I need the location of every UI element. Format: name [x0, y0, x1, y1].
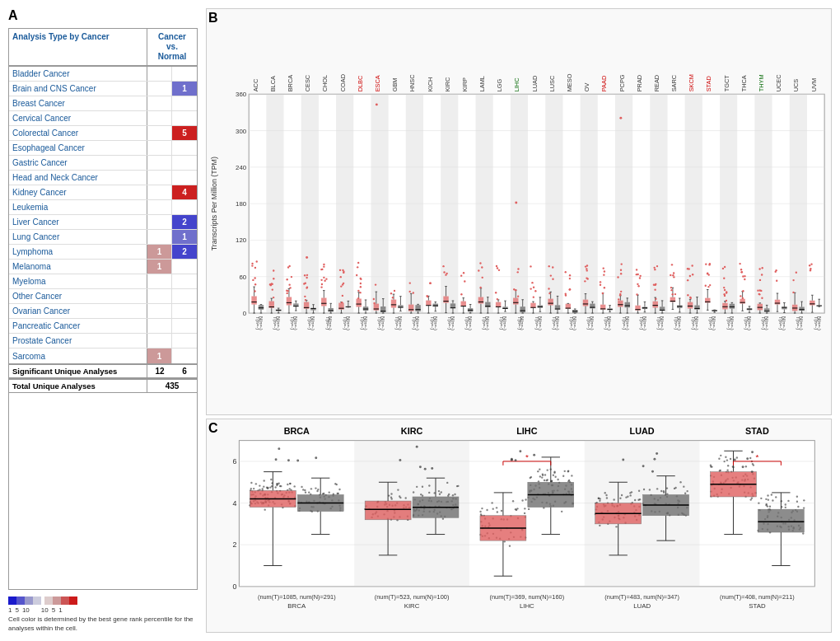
svg-point-492 — [637, 274, 638, 275]
svg-point-613 — [742, 290, 744, 292]
svg-rect-292 — [461, 302, 466, 306]
svg-point-1248 — [625, 497, 627, 498]
svg-text:GBM: GBM — [391, 77, 399, 91]
svg-point-227 — [373, 298, 375, 300]
svg-point-792 — [259, 484, 260, 486]
svg-rect-308 — [478, 297, 483, 304]
svg-point-796 — [293, 485, 295, 487]
svg-point-1288 — [683, 485, 684, 487]
svg-point-688 — [809, 264, 810, 266]
svg-point-242 — [392, 297, 394, 298]
svg-point-569 — [707, 286, 709, 288]
legend-box-red1 — [44, 597, 53, 605]
svg-rect-348 — [520, 306, 525, 312]
svg-text:PAAD: PAAD — [600, 76, 608, 92]
svg-point-818 — [250, 488, 252, 489]
svg-point-614 — [740, 295, 741, 297]
svg-point-1417 — [802, 532, 804, 534]
cell-val-1 — [147, 185, 172, 199]
svg-point-1054 — [479, 511, 481, 512]
svg-point-878 — [302, 489, 304, 490]
svg-point-617 — [739, 263, 740, 264]
svg-text:LIHC: LIHC — [520, 602, 534, 610]
svg-point-1013 — [442, 517, 444, 519]
cell-val-1 — [147, 230, 172, 244]
svg-point-321 — [481, 266, 483, 268]
svg-point-1392 — [751, 498, 753, 499]
svg-point-324 — [482, 277, 483, 278]
svg-point-339 — [497, 298, 498, 300]
cell-cancer-name: Kidney Cancer — [9, 185, 147, 199]
svg-point-1086 — [496, 507, 497, 508]
svg-rect-643 — [775, 300, 780, 305]
svg-rect-276 — [443, 297, 448, 303]
cell-cancer-name: Lung Cancer — [9, 230, 147, 244]
svg-point-259 — [413, 292, 414, 293]
table-row: Lymphoma12 — [9, 245, 197, 260]
legend-box-red3 — [61, 597, 69, 605]
svg-rect-621 — [758, 304, 763, 311]
svg-point-104 — [273, 269, 274, 271]
header-cnv-line2: vs. — [166, 42, 178, 51]
svg-point-598 — [726, 291, 727, 292]
svg-text:N(n=-): N(n=-) — [502, 316, 507, 330]
svg-point-275 — [427, 296, 428, 297]
svg-point-529 — [670, 289, 672, 291]
svg-point-1069 — [492, 508, 494, 509]
svg-point-596 — [723, 278, 725, 279]
svg-point-1216 — [619, 498, 621, 499]
svg-point-1209 — [605, 494, 607, 496]
svg-point-1221 — [599, 525, 600, 526]
svg-point-612 — [744, 278, 745, 280]
svg-point-358 — [515, 289, 516, 291]
svg-point-490 — [637, 283, 638, 285]
svg-point-1077 — [516, 508, 518, 509]
svg-point-904 — [315, 487, 316, 489]
svg-point-1505 — [742, 466, 744, 468]
svg-point-257 — [409, 282, 411, 283]
svg-text:KICH: KICH — [427, 77, 434, 92]
svg-rect-71 — [259, 305, 264, 310]
svg-point-372 — [534, 290, 536, 292]
svg-point-1117 — [561, 511, 562, 512]
svg-point-182 — [340, 285, 342, 287]
svg-point-486 — [637, 285, 639, 287]
svg-point-573 — [709, 284, 711, 286]
svg-point-590 — [723, 287, 725, 288]
cell-val-2 — [172, 260, 197, 274]
svg-point-549 — [692, 274, 693, 275]
svg-text:THCA: THCA — [740, 75, 748, 91]
svg-point-355 — [517, 295, 519, 297]
cell-cancer-name: Esophageal Cancer — [9, 141, 147, 155]
footer-row-1: Significant Unique Analyses 12 6 — [9, 363, 197, 378]
legend-box-blue2 — [25, 597, 33, 605]
svg-point-1308 — [663, 490, 665, 492]
svg-point-788 — [264, 480, 265, 481]
svg-point-1211 — [621, 494, 623, 496]
svg-point-574 — [705, 264, 707, 265]
svg-point-576 — [707, 273, 708, 274]
svg-text:N(n=-): N(n=-) — [694, 316, 699, 330]
cnv-pair: 1 — [147, 82, 197, 96]
cnv-pair — [147, 141, 197, 155]
svg-point-1166 — [544, 480, 545, 481]
svg-rect-520 — [677, 306, 682, 308]
svg-point-162 — [323, 277, 324, 278]
cell-val-2 — [172, 334, 197, 348]
cnv-pair — [147, 156, 197, 170]
svg-point-671 — [796, 272, 797, 274]
svg-point-1071 — [491, 502, 492, 503]
cell-val-2 — [172, 319, 197, 333]
svg-point-212 — [360, 283, 362, 284]
svg-rect-583 — [730, 304, 735, 309]
svg-point-1076 — [480, 513, 482, 515]
svg-text:N(n=-): N(n=-) — [677, 316, 682, 330]
svg-text:TGCT: TGCT — [723, 75, 730, 92]
cell-val-1 — [147, 200, 172, 214]
svg-point-639 — [762, 267, 763, 269]
svg-point-226 — [375, 283, 376, 285]
svg-text:0: 0 — [233, 583, 237, 591]
svg-rect-260 — [426, 301, 431, 306]
svg-text:N(n=-): N(n=-) — [607, 316, 612, 330]
cnv-pair — [147, 171, 197, 185]
